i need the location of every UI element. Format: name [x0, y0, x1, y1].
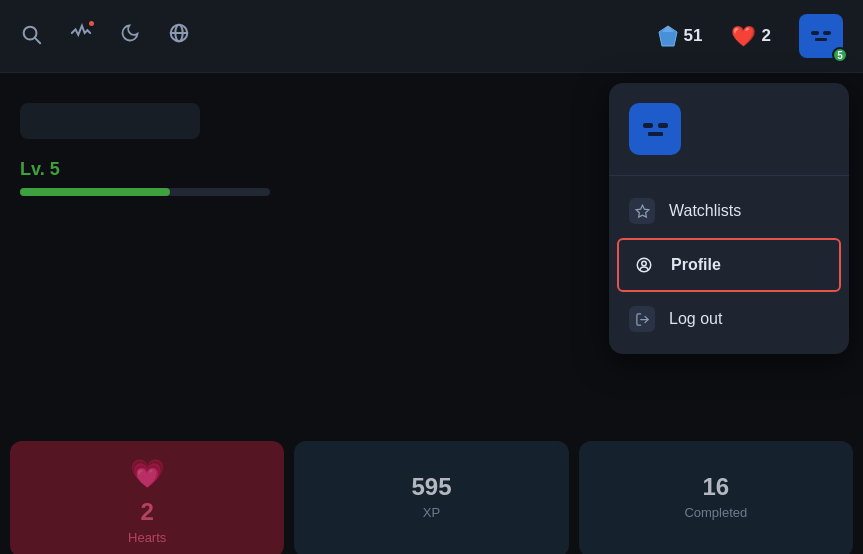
watchlists-label: Watchlists: [669, 202, 741, 220]
user-dropdown-menu: Watchlists Profile: [609, 83, 849, 354]
dropdown-item-profile[interactable]: Profile: [617, 238, 841, 292]
dropdown-item-logout[interactable]: Log out: [609, 292, 849, 346]
search-icon[interactable]: [20, 23, 42, 50]
logout-icon: [629, 306, 655, 332]
gems-currency[interactable]: 51: [658, 25, 703, 47]
hearts-value: 2: [762, 26, 771, 46]
profile-label: Profile: [671, 256, 721, 274]
logout-label: Log out: [669, 310, 722, 328]
avatar-badge: 5: [832, 47, 848, 63]
moon-icon[interactable]: [120, 23, 140, 49]
dropdown-avatar-face: [643, 123, 668, 136]
profile-icon: [631, 252, 657, 278]
avatar-face: [811, 31, 831, 41]
svg-line-1: [35, 38, 40, 43]
globe-icon[interactable]: [168, 22, 190, 50]
hearts-currency[interactable]: ❤️ 2: [731, 24, 771, 48]
dropdown-avatar: [629, 103, 681, 155]
gem-icon: [658, 25, 678, 47]
topbar: 51 ❤️ 2 5: [0, 0, 863, 73]
dropdown-menu-items: Watchlists Profile: [609, 176, 849, 354]
health-icon[interactable]: [70, 22, 92, 50]
avatar-button[interactable]: 5: [799, 14, 843, 58]
heart-icon-top: ❤️: [731, 24, 756, 48]
gems-value: 51: [684, 26, 703, 46]
svg-marker-7: [636, 205, 649, 217]
dropdown-item-watchlists[interactable]: Watchlists: [609, 184, 849, 238]
dropdown-avatar-section: [609, 83, 849, 176]
svg-point-9: [642, 261, 647, 266]
watchlists-icon: [629, 198, 655, 224]
main-content: Lv. 5 💗 2 Hearts 595 XP 16 Completed: [0, 73, 863, 554]
notification-dot: [87, 19, 96, 28]
